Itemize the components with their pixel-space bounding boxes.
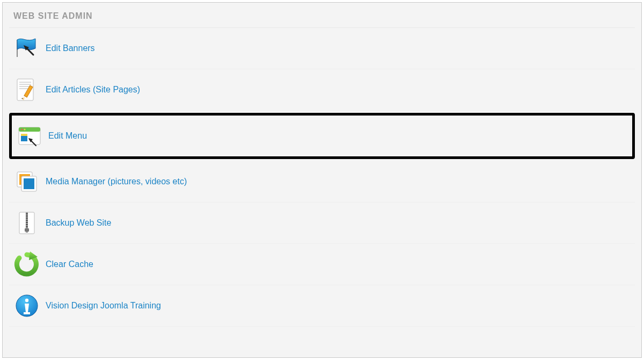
menu-item-edit-articles[interactable]: Edit Articles (Site Pages): [9, 69, 635, 111]
menu-item-label: Edit Menu: [48, 131, 87, 141]
menu-item-media-manager[interactable]: Media Manager (pictures, videos etc): [9, 161, 635, 203]
admin-panel-container: WEB SITE ADMIN Edit Banners: [2, 2, 642, 358]
svg-rect-26: [26, 220, 28, 221]
svg-point-33: [25, 299, 28, 302]
svg-rect-27: [26, 222, 28, 223]
svg-point-12: [24, 128, 25, 130]
menu-item-joomla-training[interactable]: Vision Design Joomla Training: [9, 285, 635, 327]
svg-rect-30: [25, 228, 29, 232]
article-pencil-icon: [11, 76, 42, 104]
menu-item-edit-menu[interactable]: Edit Menu: [9, 113, 635, 159]
svg-rect-29: [26, 226, 28, 227]
refresh-icon: [11, 250, 42, 278]
svg-rect-24: [26, 215, 28, 217]
menu-item-clear-cache[interactable]: Clear Cache: [9, 244, 635, 285]
svg-rect-25: [26, 218, 28, 219]
svg-rect-20: [24, 178, 34, 189]
menu-item-label: Vision Design Joomla Training: [46, 301, 161, 311]
svg-rect-15: [21, 134, 27, 136]
menu-item-label: Clear Cache: [46, 260, 93, 269]
media-pictures-icon: [11, 168, 42, 196]
panel-title: WEB SITE ADMIN: [9, 8, 635, 28]
svg-rect-28: [26, 224, 28, 225]
menu-item-label: Edit Banners: [46, 44, 95, 53]
info-icon: [11, 292, 42, 320]
menu-item-backup-website[interactable]: Backup Web Site: [9, 203, 635, 244]
svg-rect-23: [26, 213, 28, 214]
banner-flag-icon: [11, 34, 42, 62]
menu-item-label: Backup Web Site: [46, 218, 111, 228]
zip-file-icon: [11, 209, 42, 237]
menu-item-label: Edit Articles (Site Pages): [46, 85, 140, 95]
admin-panel: WEB SITE ADMIN Edit Banners: [9, 8, 635, 352]
menu-item-label: Media Manager (pictures, videos etc): [46, 177, 187, 186]
svg-point-13: [26, 128, 28, 130]
svg-point-11: [21, 128, 23, 130]
menu-window-icon: [14, 122, 45, 150]
menu-item-edit-banners[interactable]: Edit Banners: [9, 28, 635, 69]
